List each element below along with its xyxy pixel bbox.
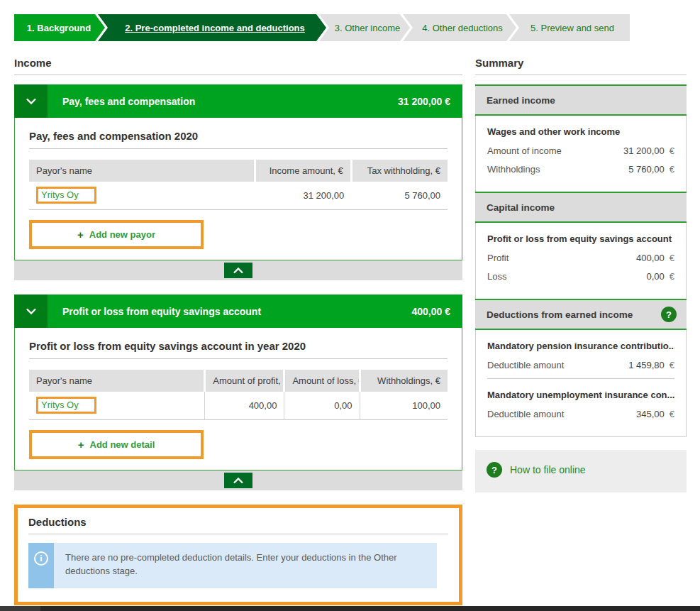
info-icon: i bbox=[34, 551, 48, 566]
section-total: 31 200,00 € bbox=[398, 96, 450, 107]
wizard-step-precompleted[interactable]: 2. Pre-completed income and deductions bbox=[98, 14, 326, 41]
summary-row: Withholdings 5 760,00€ bbox=[487, 164, 674, 175]
euro-sign: € bbox=[670, 145, 674, 156]
add-button-label: Add new detail bbox=[90, 439, 155, 450]
add-button-label: Add new payor bbox=[89, 229, 155, 240]
row-value: 0,00€ bbox=[646, 271, 674, 282]
col-amount-of-profit: Amount of profit, € bbox=[205, 370, 284, 392]
summary-group-earned-income: Earned income bbox=[475, 84, 687, 116]
summary-group-capital-income: Capital income bbox=[475, 192, 687, 223]
deductions-section: Deductions i There are no pre-completed … bbox=[14, 505, 462, 605]
table-header-row: Payor's name Amount of profit, € Amount … bbox=[29, 370, 448, 392]
plus-icon: + bbox=[78, 439, 84, 451]
wizard-step-background[interactable]: 1. Background bbox=[14, 14, 105, 41]
table-header-row: Payor's name Income amount, € Tax withho… bbox=[29, 160, 448, 182]
collapse-section-button[interactable] bbox=[224, 473, 252, 488]
col-payor-name: Payor's name bbox=[29, 160, 255, 182]
row-value: 1 459,80€ bbox=[628, 360, 674, 370]
wizard-step-other-deductions[interactable]: 4. Other deductions bbox=[403, 14, 516, 41]
highlight-box: Yritys Oy bbox=[36, 397, 96, 414]
row-label: Deductible amount bbox=[487, 409, 564, 419]
group-title: Capital income bbox=[487, 202, 677, 213]
summary-row: Profit 400,00€ bbox=[487, 253, 674, 263]
col-payor-name: Payor's name bbox=[29, 370, 205, 392]
add-new-detail-button[interactable]: + Add new detail bbox=[32, 433, 201, 456]
summary-row: Amount of income 31 200,00€ bbox=[487, 145, 674, 156]
summary-heading: Summary bbox=[475, 57, 687, 75]
row-label: Loss bbox=[487, 271, 506, 282]
collapse-strip bbox=[14, 260, 462, 280]
how-to-file-link[interactable]: How to file online bbox=[510, 464, 586, 475]
equity-savings-table: Payor's name Amount of profit, € Amount … bbox=[29, 370, 448, 420]
summary-group-deductions: Deductions from earned income ? bbox=[475, 299, 687, 330]
summary-item-title: Mandatory unemployment insurance con... bbox=[487, 390, 674, 400]
profit-value: 400,00 bbox=[205, 392, 284, 420]
section-subheading: Pay, fees and compensation 2020 bbox=[29, 130, 448, 149]
wizard-step-other-income[interactable]: 3. Other income bbox=[319, 14, 410, 41]
row-label: Withholdings bbox=[487, 164, 540, 175]
payor-link[interactable]: Yritys Oy bbox=[41, 189, 79, 200]
section-title: Pay, fees and compensation bbox=[62, 96, 398, 107]
euro-sign: € bbox=[670, 409, 674, 419]
collapse-section-button[interactable] bbox=[224, 263, 252, 278]
section-equity-savings: Profit or loss from equity savings accou… bbox=[14, 295, 462, 490]
row-label: Amount of income bbox=[487, 145, 562, 156]
summary-earned-income-body: Wages and other work income Amount of in… bbox=[475, 116, 687, 192]
add-new-payor-button[interactable]: + Add new payor bbox=[32, 223, 201, 246]
col-amount-of-loss: Amount of loss, € bbox=[284, 370, 360, 392]
summary-deductions-body: Mandatory pension insurance contributio.… bbox=[475, 330, 687, 437]
col-income-amount: Income amount, € bbox=[255, 160, 352, 182]
summary-row: Deductible amount 345,00€ bbox=[487, 409, 674, 419]
chevron-down-icon[interactable] bbox=[14, 295, 48, 328]
income-amount-value: 31 200,00 bbox=[255, 182, 352, 210]
chevron-up-icon bbox=[233, 478, 243, 484]
euro-sign: € bbox=[670, 164, 674, 175]
plus-icon: + bbox=[77, 229, 84, 241]
highlight-box: + Add new payor bbox=[29, 220, 204, 249]
section-equity-savings-body: Profit or loss from equity savings accou… bbox=[14, 328, 462, 470]
summary-capital-income-body: Profit or loss from equity savings accou… bbox=[475, 223, 687, 299]
euro-sign: € bbox=[670, 360, 674, 370]
euro-sign: € bbox=[670, 271, 674, 282]
highlight-box: + Add new detail bbox=[29, 430, 204, 459]
row-value: 400,00€ bbox=[636, 253, 674, 263]
col-withholdings: Withholdings, € bbox=[360, 370, 448, 392]
collapse-strip bbox=[14, 470, 462, 490]
table-row: Yritys Oy 400,00 0,00 100,00 bbox=[29, 392, 448, 420]
section-total: 400,00 € bbox=[412, 306, 451, 317]
summary-item-title: Mandatory pension insurance contributio.… bbox=[487, 341, 674, 351]
section-title: Profit or loss from equity savings accou… bbox=[62, 306, 412, 317]
payor-link[interactable]: Yritys Oy bbox=[41, 400, 79, 410]
mytax-precompleted-page: 1. Background 2. Pre-completed income an… bbox=[0, 0, 700, 611]
highlight-box: Yritys Oy bbox=[36, 187, 96, 204]
row-value: 5 760,00€ bbox=[628, 164, 674, 175]
section-pay-fees: Pay, fees and compensation 31 200,00 € P… bbox=[14, 84, 462, 280]
how-to-file-box: ? How to file online bbox=[475, 450, 687, 492]
euro-sign: € bbox=[670, 253, 674, 263]
chevron-down-icon[interactable] bbox=[14, 84, 48, 118]
group-title: Deductions from earned income bbox=[487, 309, 661, 320]
chevron-up-icon bbox=[233, 268, 243, 274]
info-box: i There are no pre-completed deduction d… bbox=[28, 543, 448, 588]
help-icon[interactable]: ? bbox=[661, 307, 677, 322]
deductions-heading: Deductions bbox=[28, 516, 448, 534]
col-tax-withholding: Tax withholding, € bbox=[351, 160, 448, 182]
section-equity-savings-header[interactable]: Profit or loss from equity savings accou… bbox=[14, 295, 462, 328]
loss-value: 0,00 bbox=[284, 392, 360, 420]
row-value: 345,00€ bbox=[636, 409, 674, 419]
wizard-step-preview-send[interactable]: 5. Preview and send bbox=[509, 14, 630, 41]
section-pay-fees-header[interactable]: Pay, fees and compensation 31 200,00 € bbox=[14, 84, 462, 118]
row-value: 31 200,00€ bbox=[623, 145, 674, 156]
table-row: Yritys Oy 31 200,00 5 760,00 bbox=[29, 182, 448, 210]
row-label: Deductible amount bbox=[487, 360, 564, 370]
page-bottom-strip bbox=[0, 606, 700, 611]
summary-row: Deductible amount 1 459,80€ bbox=[487, 360, 674, 370]
summary-item-title: Wages and other work income bbox=[487, 126, 674, 137]
wizard-steps: 1. Background 2. Pre-completed income an… bbox=[14, 14, 687, 41]
divider bbox=[487, 378, 674, 379]
row-label: Profit bbox=[487, 253, 509, 263]
withholdings-value: 100,00 bbox=[360, 392, 448, 420]
section-pay-fees-body: Pay, fees and compensation 2020 Payor's … bbox=[14, 118, 462, 260]
section-subheading: Profit or loss from equity savings accou… bbox=[29, 340, 448, 359]
pay-fees-table: Payor's name Income amount, € Tax withho… bbox=[29, 160, 448, 210]
